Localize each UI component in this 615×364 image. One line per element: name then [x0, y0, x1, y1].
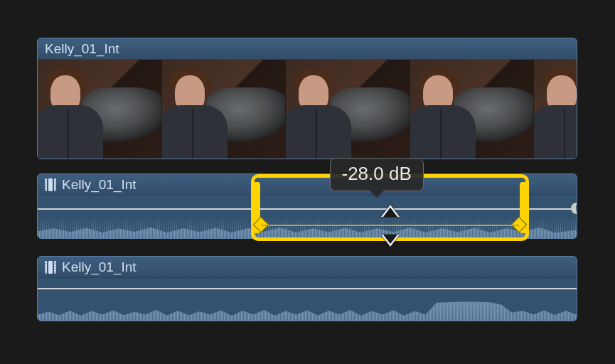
audio-clip-2-title: Kelly_01_Int — [62, 259, 137, 275]
audio-clip-2-title-bar[interactable]: Kelly_01_Int — [38, 257, 577, 278]
video-thumbnail — [410, 60, 535, 159]
filmstrip-icon — [45, 178, 56, 191]
audio-clip-1[interactable]: Kelly_01_Int ! — [37, 173, 577, 239]
video-thumbnail — [38, 60, 162, 159]
audio-clip-1-title: Kelly_01_Int — [62, 177, 137, 193]
audio-waveform[interactable] — [38, 278, 577, 321]
volume-line[interactable] — [38, 208, 577, 210]
clip-warning-icon: ! — [571, 203, 577, 214]
video-thumbnail — [286, 60, 410, 159]
video-clip-title: Kelly_01_Int — [45, 41, 119, 57]
filmstrip-icon — [45, 261, 56, 274]
volume-line-selected[interactable] — [261, 225, 519, 226]
video-clip-title-bar[interactable]: Kelly_01_Int — [38, 38, 577, 60]
audio-waveform[interactable] — [38, 196, 577, 238]
fade-handle-down-icon[interactable] — [381, 235, 400, 247]
video-clip[interactable]: Kelly_01_Int — [37, 38, 577, 159]
video-filmstrip[interactable] — [38, 60, 577, 159]
audio-clip-2[interactable]: Kelly_01_Int — [37, 256, 577, 321]
volume-level-tooltip: -28.0 dB — [330, 158, 424, 191]
audio-clip-1-title-bar[interactable]: Kelly_01_Int — [38, 174, 577, 196]
volume-level-value: -28.0 dB — [342, 163, 412, 184]
fade-handle-up-icon[interactable] — [381, 205, 400, 217]
video-thumbnail — [534, 60, 577, 159]
video-thumbnail — [162, 60, 287, 159]
volume-line[interactable] — [38, 288, 577, 289]
